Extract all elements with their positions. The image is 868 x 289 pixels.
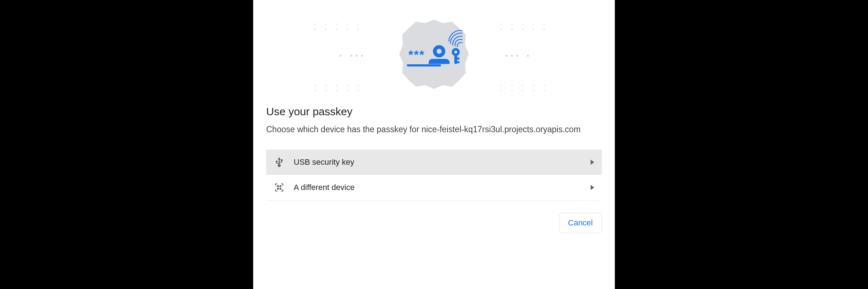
svg-rect-11 bbox=[280, 185, 281, 187]
decorative-dots: - - - - -- - - - - bbox=[499, 21, 548, 31]
chevron-right-icon bbox=[590, 158, 595, 167]
svg-rect-12 bbox=[277, 188, 279, 190]
decorative-dots: - - - - -- - - - - bbox=[499, 82, 548, 93]
decorative-dots: - - - - -- - - - - bbox=[313, 21, 362, 31]
svg-rect-8 bbox=[279, 162, 282, 163]
passkey-illustration: - - - - -- - - - - • ••• - - - - -- - - … bbox=[266, 7, 602, 102]
cancel-button[interactable]: Cancel bbox=[559, 213, 602, 233]
blank-left-panel bbox=[0, 0, 253, 289]
decorative-dots: • ••• bbox=[339, 53, 365, 59]
asterisks-icon: *** bbox=[408, 48, 425, 61]
option-label: A different device bbox=[294, 183, 582, 192]
underline-icon bbox=[407, 64, 441, 66]
option-different-device[interactable]: A different device bbox=[266, 175, 602, 200]
svg-marker-1 bbox=[278, 158, 281, 160]
usb-icon bbox=[273, 158, 285, 167]
svg-marker-9 bbox=[591, 160, 594, 165]
option-usb-security-key[interactable]: USB security key bbox=[266, 150, 602, 175]
chevron-right-icon bbox=[590, 183, 595, 192]
passkey-glyph: *** bbox=[408, 45, 460, 64]
device-option-list: USB security key A different device bbox=[266, 150, 602, 200]
qr-device-icon bbox=[273, 183, 285, 192]
user-key-icon bbox=[429, 45, 460, 64]
svg-rect-5 bbox=[276, 163, 279, 164]
svg-point-2 bbox=[278, 164, 281, 167]
svg-rect-10 bbox=[277, 185, 279, 187]
svg-marker-14 bbox=[591, 185, 594, 190]
passkey-dialog: - - - - -- - - - - • ••• - - - - -- - - … bbox=[253, 0, 615, 289]
dialog-footer: Cancel bbox=[266, 213, 602, 233]
dialog-description: Choose which device has the passkey for … bbox=[266, 124, 584, 135]
option-label: USB security key bbox=[294, 158, 582, 167]
decorative-dots: ••• • bbox=[505, 53, 531, 59]
dialog-title: Use your passkey bbox=[266, 105, 602, 118]
decorative-dots: - - - - -- - - - - bbox=[313, 82, 362, 93]
svg-rect-13 bbox=[280, 188, 281, 190]
blank-right-panel bbox=[615, 0, 868, 289]
